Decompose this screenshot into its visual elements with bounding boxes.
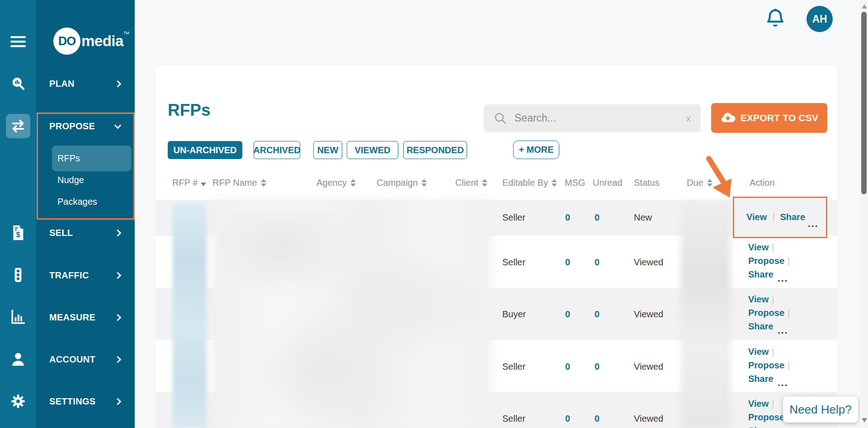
scroll-up-arrow[interactable] [862,4,867,9]
plan-rail-button[interactable] [0,71,36,96]
column-header-status: Status [634,178,660,188]
propose-link[interactable]: Propose [748,412,784,422]
column-header-rfp-number[interactable]: RFP # [172,178,206,188]
traffic-rail-button[interactable] [0,263,36,288]
share-link[interactable]: Share [748,321,774,331]
cell-msg-count[interactable]: 0 [565,414,570,424]
filter-archived[interactable]: ARCHIVED [254,141,300,159]
user-avatar[interactable]: AH [807,6,833,32]
column-label: RFP # [172,178,198,188]
column-header-client[interactable]: Client [455,178,487,188]
filter-responded[interactable]: RESPONDED [403,141,467,159]
more-actions-button[interactable]: ... [778,325,788,336]
scrollbar-thumb[interactable] [861,12,867,194]
settings-rail-button[interactable] [0,389,36,414]
propose-rail-button[interactable] [0,113,36,139]
hamburger-menu-button[interactable] [0,29,36,54]
sidebar-item-label: SETTINGS [49,396,95,407]
column-header-campaign[interactable]: Campaign [377,178,427,188]
sidebar-subitem-label: RFPs [57,153,80,164]
sell-rail-button[interactable]: $ [0,220,36,245]
cell-msg-count[interactable]: 0 [565,212,570,223]
column-header-editable-by[interactable]: Editable By [502,178,557,188]
cell-editable-by: Seller [502,362,525,372]
column-label: Action [750,178,775,188]
brand-logo[interactable]: DO media TM [53,27,129,55]
column-label: Status [634,178,660,188]
column-label: Unread [593,178,623,188]
share-link[interactable]: Share [780,212,805,222]
cell-msg-count[interactable]: 0 [565,257,570,268]
export-csv-label: EXPORT TO CSV [741,113,819,123]
filter-new[interactable]: NEW [313,141,342,159]
need-help-button[interactable]: Need Help? [783,396,858,423]
column-header-unread: Unread [593,178,623,188]
view-link[interactable]: View [748,347,769,357]
more-actions-button[interactable]: ... [778,377,788,388]
filter-label: RESPONDED [406,145,464,155]
cell-unread-count[interactable]: 0 [594,414,599,424]
redacted-rfp-number-column [173,203,207,428]
notifications-button[interactable] [762,5,788,32]
cell-status: Viewed [634,257,663,268]
more-filters-button[interactable]: + MORE [513,141,559,159]
more-actions-button[interactable]: ... [778,273,788,284]
chevron-right-icon [114,356,122,363]
filter-viewed[interactable]: VIEWED [347,141,398,159]
sidebar-subitem-rfps[interactable]: RFPs [52,146,132,171]
cell-unread-count[interactable]: 0 [594,309,599,320]
action-separator: | [784,360,793,370]
view-link[interactable]: View [746,212,767,222]
cell-msg-count[interactable]: 0 [565,362,570,372]
hamburger-icon [10,35,26,48]
sort-icon [552,179,557,187]
chevron-right-icon [114,229,122,236]
sidebar-item-settings[interactable]: SETTINGS [36,392,135,410]
sidebar-item-plan[interactable]: PLAN [36,75,135,93]
column-header-agency[interactable]: Agency [316,178,356,188]
sidebar-item-measure[interactable]: MEASURE [36,308,135,326]
sidebar-item-sell[interactable]: SELL [36,224,135,242]
action-separator: | [769,347,777,357]
filter-unarchived[interactable]: UN-ARCHIVED [168,141,242,159]
more-actions-button[interactable]: ... [808,218,819,229]
cell-msg-count[interactable]: 0 [565,309,570,320]
cell-editable-by: Buyer [502,309,526,320]
logo-do-circle: DO [53,28,80,55]
sidebar-subitem-nudge[interactable]: Nudge [52,169,132,191]
search-clear-button[interactable]: x [682,113,691,124]
column-header-due[interactable]: Due [687,178,712,188]
view-link[interactable]: View [748,294,769,304]
highlighted-action-cell: View|Share ... [733,197,827,238]
sidebar-item-propose[interactable]: PROPOSE [36,117,135,135]
scroll-down-arrow[interactable] [862,418,867,423]
action-separator: | [769,242,777,252]
search-analytics-icon [10,75,26,92]
share-link[interactable]: Share [748,374,774,384]
filter-label: VIEWED [355,145,391,155]
sidebar-item-account[interactable]: ACCOUNT [36,350,135,368]
measure-rail-button[interactable] [0,305,36,330]
propose-link[interactable]: Propose [748,308,784,318]
export-csv-button[interactable]: EXPORT TO CSV [711,103,827,133]
cell-unread-count[interactable]: 0 [594,212,599,223]
search-input[interactable] [514,112,682,124]
propose-link[interactable]: Propose [748,256,784,266]
sidebar-item-label: TRAFFIC [49,270,89,281]
share-link[interactable]: Share [748,426,774,428]
propose-link[interactable]: Propose [748,360,784,370]
column-header-rfp-name[interactable]: RFP Name [212,178,266,188]
cell-unread-count[interactable]: 0 [594,257,599,268]
sidebar-subitem-packages[interactable]: Packages [52,191,132,212]
column-header-msg: MSG [565,178,585,188]
traffic-light-icon [10,267,26,284]
invoice-icon: $ [10,224,26,241]
cell-editable-by: Seller [502,212,525,223]
share-link[interactable]: Share [748,269,774,279]
cell-unread-count[interactable]: 0 [594,362,599,372]
view-link[interactable]: View [748,399,769,409]
view-link[interactable]: View [748,242,769,252]
account-rail-button[interactable] [0,347,36,372]
sidebar-item-traffic[interactable]: TRAFFIC [36,266,135,284]
cell-editable-by: Seller [502,414,525,424]
